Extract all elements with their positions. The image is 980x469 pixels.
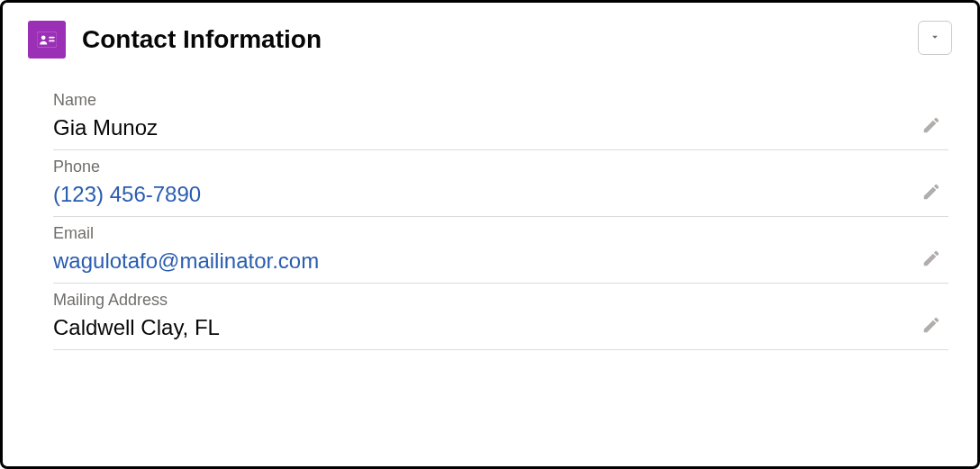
- contact-info-card: Contact Information Name Gia Munoz Phone…: [0, 0, 980, 469]
- card-actions-dropdown[interactable]: [918, 21, 952, 55]
- pencil-icon: [921, 256, 941, 271]
- field-label: Name: [53, 91, 921, 110]
- pencil-icon: [921, 322, 941, 338]
- edit-address-button[interactable]: [921, 315, 941, 335]
- field-content: Phone (123) 456-7890: [53, 158, 921, 207]
- contact-card-icon: [28, 21, 66, 59]
- field-content: Mailing Address Caldwell Clay, FL: [53, 291, 921, 340]
- fields-list: Name Gia Munoz Phone (123) 456-7890: [28, 84, 952, 350]
- field-label: Mailing Address: [53, 291, 921, 310]
- chevron-down-icon: [929, 31, 941, 46]
- field-label: Email: [53, 224, 921, 243]
- field-content: Email wagulotafo@mailinator.com: [53, 224, 921, 274]
- edit-name-button[interactable]: [921, 115, 941, 135]
- field-name: Name Gia Munoz: [53, 84, 948, 150]
- field-value-phone[interactable]: (123) 456-7890: [53, 182, 921, 207]
- svg-rect-4: [49, 41, 54, 42]
- field-email: Email wagulotafo@mailinator.com: [53, 217, 948, 284]
- field-mailing-address: Mailing Address Caldwell Clay, FL: [53, 284, 948, 350]
- pencil-icon: [921, 122, 941, 138]
- edit-email-button[interactable]: [921, 248, 941, 268]
- field-value-address: Caldwell Clay, FL: [53, 315, 921, 340]
- field-value-email[interactable]: wagulotafo@mailinator.com: [53, 248, 921, 274]
- card-header: Contact Information: [28, 21, 952, 59]
- card-title: Contact Information: [82, 25, 322, 54]
- svg-rect-3: [49, 37, 54, 39]
- field-phone: Phone (123) 456-7890: [53, 150, 948, 217]
- edit-phone-button[interactable]: [921, 182, 941, 202]
- field-content: Name Gia Munoz: [53, 91, 921, 140]
- field-value-name: Gia Munoz: [53, 115, 921, 140]
- pencil-icon: [921, 189, 941, 204]
- svg-point-2: [41, 35, 46, 40]
- field-label: Phone: [53, 158, 921, 176]
